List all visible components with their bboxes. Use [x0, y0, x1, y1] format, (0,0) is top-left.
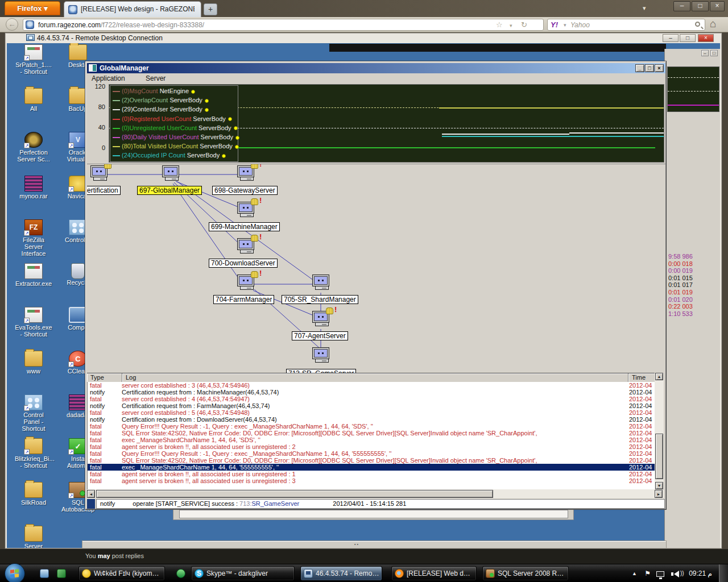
firefox-restore-button[interactable]: □ [692, 1, 709, 11]
desktop-icon-www[interactable]: www [15, 351, 52, 375]
explorer-icon[interactable] [40, 569, 49, 578]
node-label[interactable]: 700-DownloadServer [209, 259, 278, 268]
log-vertical-scrollbar[interactable]: ▲ ▼ [655, 373, 664, 489]
node-label[interactable]: 713-SR_GameServer [286, 369, 356, 373]
log-row[interactable]: fatalQuery Error!!! Query Result : -1, Q… [88, 450, 655, 457]
rdp-close-button[interactable]: × [698, 34, 714, 42]
firefox-minimize-button[interactable]: – [673, 1, 690, 11]
server-node-icon[interactable] [162, 165, 181, 181]
search-engine-dropdown-icon[interactable]: ▾ [564, 22, 566, 28]
log-row[interactable]: fatalSQL Error State:42S02, Native Error… [88, 457, 655, 464]
col-log[interactable]: Log [122, 373, 628, 383]
scroll-right-icon[interactable]: ► [655, 490, 663, 498]
desktop-icon-blitzkrieq-bi-[interactable]: ↗Blitzkrieq_Bi...- Shortcut [15, 438, 52, 469]
log-row[interactable]: fatalagent server is broken !!, all asso… [88, 443, 655, 450]
log-row[interactable]: notifyCertification request from : FarmM… [88, 402, 655, 409]
node-label[interactable]: 698-GatewayServer [212, 186, 278, 195]
desktop-icon-srpatch-1-[interactable]: ↗SrPatch_1....- Shortcut [15, 44, 52, 75]
rdp-maximize-button[interactable]: □ [680, 34, 696, 42]
browser-tab[interactable]: [RELEASE] Web design - RaGEZONE foru... [64, 1, 201, 17]
scroll-left-icon[interactable]: ◄ [87, 490, 95, 498]
desktop-icon-extractor-exe[interactable]: Extractor.exe [15, 263, 52, 287]
show-desktop-button[interactable] [719, 564, 728, 582]
col-time[interactable]: Time [628, 373, 656, 383]
idm-icon[interactable] [57, 569, 66, 578]
desktop-icon-control-panel-[interactable]: ↗Control Panel -Shortcut [15, 394, 52, 432]
bg-minimize-button[interactable]: – [701, 50, 709, 56]
menu-application[interactable]: Application [92, 74, 125, 82]
rdp-title-bar[interactable]: 46.4.53.74 - Remote Desktop Connection –… [5, 33, 722, 43]
node-label[interactable]: 697-GlobalManager [137, 186, 202, 195]
home-icon[interactable]: ⌂ [710, 18, 716, 30]
taskbar-button-sql[interactable]: SQL Server 2008 R2 S... [482, 566, 569, 581]
taskbar-button-firefox[interactable]: [RELEASE] Web desig... [391, 566, 477, 581]
log-row[interactable]: fatalSQL Error State:42S02, Native Error… [88, 430, 655, 436]
bookmark-star-icon[interactable]: ☆ [496, 20, 503, 29]
log-row[interactable]: notifyCertification request from : Machi… [88, 389, 655, 396]
firefox-menu-button[interactable]: Firefox ▾ [5, 1, 60, 15]
gm-maximize-button[interactable]: □ [645, 64, 654, 72]
reload-icon[interactable]: ↻ [521, 20, 527, 29]
server-node-icon[interactable] [312, 347, 332, 363]
taskbar-button-rdp[interactable]: 46.4.53.74 - Remote ... [300, 566, 382, 581]
desktop-icon-server-helper[interactable]: Server Helper [15, 526, 52, 548]
firefox-close-button[interactable]: × [710, 1, 725, 11]
desktop-icon-all[interactable]: All [15, 88, 52, 112]
log-row[interactable]: fatalserver cord established : 4 (46,4,5… [88, 396, 655, 402]
taskbar-button-skype[interactable]: SSkype™ - darkgliver [191, 566, 295, 581]
log-row[interactable]: fatalagent server is broken !!, all asso… [88, 471, 655, 477]
clock[interactable]: 09:21 م [689, 569, 712, 577]
desktop-icon-mynoo-rar[interactable]: mynoo.rar [15, 176, 52, 199]
bg-restore-button[interactable]: □ [710, 50, 718, 56]
node-label[interactable]: 705-SR_ShardManager [282, 295, 358, 304]
tray-chevron-up-icon[interactable]: ▲ [632, 571, 637, 576]
desktop-icon-silkroad[interactable]: SilkRoad [15, 482, 52, 506]
gm-minimize-button[interactable]: _ [635, 64, 644, 72]
back-button[interactable]: ← [6, 18, 18, 31]
desktop-icon-filezilla-server[interactable]: FZ↗FileZilla ServerInterface [15, 219, 52, 257]
col-type[interactable]: Type [87, 373, 122, 383]
yahoo-icon[interactable]: Y! [551, 20, 558, 29]
scroll-down-icon[interactable]: ▼ [655, 482, 663, 489]
node-label[interactable]: 704-FarmManager [213, 295, 274, 304]
log-row[interactable]: fatalQuery Error!!! Query Result : -1, Q… [88, 423, 655, 430]
url-dropdown-icon[interactable]: ▾ [510, 23, 512, 28]
background-window-fragment [329, 44, 666, 52]
node-label[interactable]: ertification [87, 186, 121, 195]
network-icon[interactable] [656, 571, 664, 577]
log-row[interactable]: fatalexec _ManageShardCharName 1, 44, 64… [88, 436, 655, 443]
server-node-icon[interactable] [312, 275, 332, 290]
node-label[interactable]: 699-MachineManager [209, 222, 280, 231]
chart-line [442, 136, 664, 137]
list-tabs-icon[interactable]: ▾ [643, 5, 646, 12]
scroll-thumb[interactable] [655, 434, 663, 479]
url-bar[interactable]: forum.ragezone.com/f722/release-web-desi… [23, 19, 544, 31]
log-row[interactable]: fatalagent server is broken !!, all asso… [88, 477, 655, 484]
globalmanager-title-bar[interactable]: GlobalManager _ □ × [87, 63, 665, 73]
scroll-up-icon[interactable]: ▲ [655, 373, 663, 380]
node-label[interactable]: 707-AgentServer [292, 331, 348, 340]
scroll-thumb[interactable] [96, 490, 493, 498]
new-tab-button[interactable]: + [204, 3, 217, 15]
msn-icon[interactable] [176, 569, 185, 578]
hand-icon [251, 235, 258, 242]
menu-server[interactable]: Server [146, 74, 166, 82]
desktop-icon-perfection[interactable]: ↗PerfectionServer Sc... [15, 132, 52, 163]
status-dot-icon [235, 145, 239, 149]
gm-close-button[interactable]: × [655, 64, 664, 72]
action-center-flag-icon[interactable]: ⚑ [644, 569, 651, 577]
log-row[interactable]: fatalexec _ManageShardCharName 1, 44, 64… [88, 464, 655, 471]
rdp-minimize-button[interactable]: – [663, 34, 679, 42]
log-row[interactable]: fatalserver cord established : 5 (46,4,5… [88, 409, 655, 416]
desktop-icon-evatools-exe[interactable]: ↗EvaTools.exe- Shortcut [15, 307, 52, 338]
bg-times-list: 9:58 9860:00 0180:00 0190:01 0150:01 017… [668, 253, 718, 317]
bg-time-entry: 0:22 003 [668, 303, 718, 310]
start-button[interactable] [5, 563, 25, 582]
taskbar-button-yahoo[interactable]: Wɩ¢kēd Fɪlч (kiyomar... [78, 566, 165, 581]
search-icon[interactable] [695, 22, 700, 27]
search-field[interactable]: Y! ▾ Yahoo [547, 19, 705, 31]
log-row[interactable]: fatalserver cord established : 3 (46,4,5… [88, 382, 655, 389]
volume-icon[interactable] [674, 571, 679, 577]
log-row[interactable]: notifyCertification request from : Downl… [88, 416, 655, 423]
log-horizontal-scrollbar[interactable]: ◄ ► [87, 489, 664, 498]
